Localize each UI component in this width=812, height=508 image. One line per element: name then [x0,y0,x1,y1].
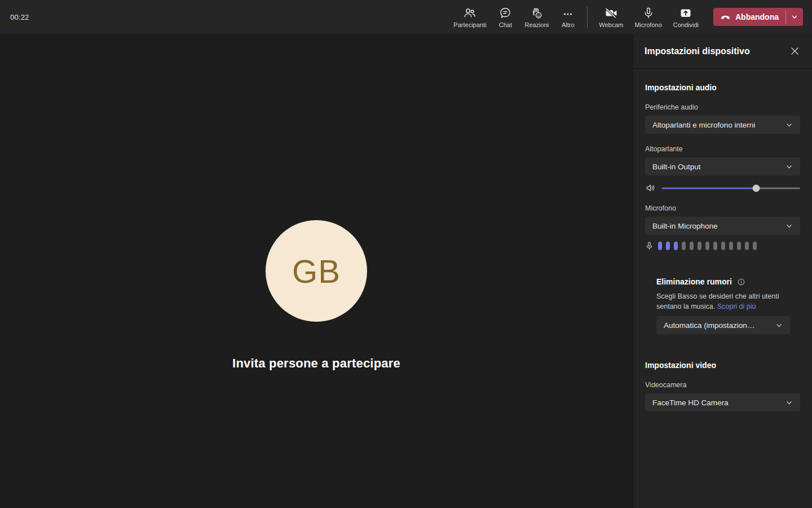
speaker-volume-icon [645,182,657,194]
reactions-label: Reazioni [524,22,549,28]
camera-label: Videocamera [645,381,800,389]
mic-level-bar [713,242,717,250]
meeting-stage: GB Invita persone a partecipare [0,34,633,508]
speaker-select[interactable]: Built-in Output [645,157,800,176]
leave-options-button[interactable] [786,8,803,26]
mic-level-bar [737,242,741,250]
leave-button[interactable]: Abbandona [713,8,785,26]
mic-select[interactable]: Built-in Microphone [645,217,800,235]
noise-suppression-heading: Eliminazione rumori [656,277,732,286]
volume-row [645,182,800,194]
microphone-label: Microfono [634,22,661,28]
share-label: Condividi [673,22,699,28]
mic-level-bar [690,242,694,250]
chat-button[interactable]: Chat [492,0,519,34]
mic-level-row [645,241,800,250]
close-panel-button[interactable] [787,44,802,59]
audio-devices-select[interactable]: Altoparlanti e microfono interni [645,116,800,134]
noise-suppression-select[interactable]: Automatica (impostazion… [656,316,790,334]
chevron-down-icon [785,398,793,407]
noise-suppression-value: Automatica (impostazion… [664,321,754,330]
participants-label: Partecipanti [453,22,486,28]
audio-settings-heading: Impostazioni audio [645,83,800,92]
device-settings-panel: Impostazioni dispositivo Impostazioni au… [633,34,812,508]
participants-button[interactable]: Partecipanti [448,0,492,34]
meeting-toolbar: Partecipanti Chat [448,0,803,34]
mic-level-bar [666,242,670,250]
mic-level-bar [658,242,662,250]
avatar: GB [266,220,367,322]
mic-level-bars [658,242,757,250]
mic-value: Built-in Microphone [652,222,718,230]
share-button[interactable]: Condividi [668,0,704,34]
mic-level-bar [682,242,686,250]
webcam-off-icon [604,6,619,20]
video-settings-heading: Impostazioni video [645,361,800,370]
invite-people-text: Invita persone a partecipare [0,356,633,371]
camera-select[interactable]: FaceTime HD Camera [645,393,800,411]
noise-title-row: Eliminazione rumori [656,277,800,286]
mic-level-bar [753,242,757,250]
chevron-down-icon [785,163,793,171]
volume-slider-thumb[interactable] [752,185,760,192]
noise-suppression-description: Scegli Basso se desideri che altri utent… [656,291,793,312]
more-icon [561,6,575,20]
chevron-down-icon [785,222,793,230]
panel-header: Impostazioni dispositivo [633,34,812,69]
chat-icon [498,6,512,20]
volume-slider[interactable] [662,182,800,194]
mic-level-bar [721,242,725,250]
meeting-timer: 00:22 [10,13,29,21]
reactions-icon [530,6,544,20]
leave-label: Abbandona [735,12,779,21]
volume-slider-fill [662,187,756,189]
panel-title: Impostazioni dispositivo [645,46,750,56]
mic-level-bar [745,242,749,250]
speaker-label: Altoparlante [645,145,800,154]
info-icon[interactable] [738,278,745,286]
mic-level-icon [645,241,654,251]
webcam-label: Webcam [599,22,623,28]
toolbar-divider [587,6,588,28]
close-icon [790,46,800,56]
video-settings-section: Impostazioni video Videocamera FaceTime … [645,361,800,411]
top-bar: 00:22 Partecipanti [0,0,812,34]
hangup-icon [720,12,731,23]
chevron-down-icon [775,321,783,330]
mic-label: Microfono [645,204,800,213]
audio-devices-label: Periferiche audio [645,103,800,112]
main-area: GB Invita persone a partecipare Impostaz… [0,34,812,508]
mic-level-bar [674,242,678,250]
chevron-down-icon [785,121,793,129]
reactions-button[interactable]: Reazioni [519,0,554,34]
learn-more-link[interactable]: Scopri di più [717,303,756,310]
panel-body: Impostazioni audio Periferiche audio Alt… [633,69,812,508]
webcam-toggle-button[interactable]: Webcam [593,0,629,34]
chevron-down-icon [791,13,798,21]
camera-value: FaceTime HD Camera [652,398,729,407]
mic-level-bar [729,242,733,250]
more-label: Altro [562,22,575,28]
audio-devices-value: Altoparlanti e microfono interni [652,121,755,129]
leave-button-group: Abbandona [713,8,803,26]
more-button[interactable]: Altro [554,0,581,34]
meeting-window: 00:22 Partecipanti [0,0,812,508]
chat-label: Chat [499,22,512,28]
mic-level-bar [698,242,701,250]
share-screen-icon [679,6,692,20]
noise-suppression-section: Eliminazione rumori Scegli Basso se desi… [645,277,800,334]
mic-level-bar [705,242,709,250]
microphone-toggle-button[interactable]: Microfono [629,0,667,34]
speaker-value: Built-in Output [652,163,701,171]
microphone-icon [642,6,655,20]
participants-icon [463,6,476,20]
